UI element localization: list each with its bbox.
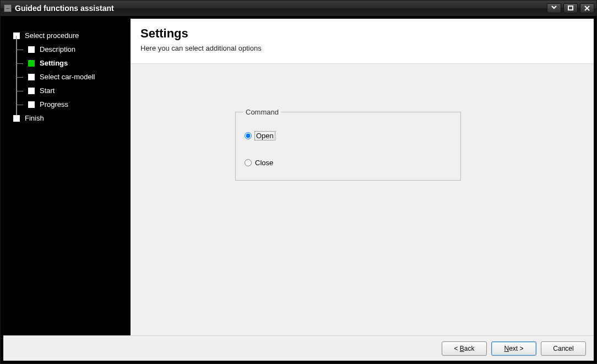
maximize-button[interactable] [563, 3, 578, 13]
svg-rect-0 [568, 6, 573, 10]
step-label: Settings [40, 59, 68, 67]
wizard-footer: < Back Next > Cancel [3, 335, 594, 361]
cancel-button[interactable]: Cancel [541, 341, 586, 356]
page-title: Settings [140, 26, 584, 41]
step-start[interactable]: Start [13, 84, 126, 97]
step-label: Progress [40, 100, 68, 108]
step-box-icon [13, 115, 20, 122]
tree-connector-icon [13, 97, 23, 111]
command-group: Command Open Close [235, 108, 461, 181]
window-controls [547, 3, 594, 13]
step-description[interactable]: Description [13, 42, 126, 56]
radio-close-label: Close [255, 159, 273, 167]
step-select-car-modell[interactable]: Select car-modell [13, 70, 126, 84]
step-box-icon [13, 32, 20, 39]
step-finish[interactable]: Finish [13, 111, 126, 125]
next-button[interactable]: Next > [491, 341, 536, 356]
app-icon: − [4, 4, 12, 12]
step-box-icon [28, 101, 35, 108]
step-label: Start [40, 86, 55, 95]
title-bar[interactable]: − Guided functions assistant [1, 1, 596, 16]
radio-close-input[interactable] [245, 159, 252, 166]
app-window: − Guided functions assistant [0, 0, 597, 364]
tree-connector-icon [13, 84, 23, 97]
tree-connector-icon [13, 70, 23, 84]
step-box-icon [28, 74, 35, 80]
close-icon [584, 6, 590, 11]
body-area: Select procedure Description Settings [3, 19, 594, 335]
step-label: Description [40, 45, 75, 53]
step-label: Finish [25, 114, 44, 122]
page-subtitle: Here you can select additional options [140, 44, 584, 52]
inner-frame: Select procedure Description Settings [3, 18, 594, 361]
wizard-steps: Select procedure Description Settings [8, 29, 126, 125]
page-header: Settings Here you can select additional … [131, 19, 594, 64]
wizard-sidebar: Select procedure Description Settings [3, 19, 131, 335]
step-select-procedure[interactable]: Select procedure [13, 29, 126, 42]
step-label: Select car-modell [40, 73, 95, 81]
radio-open-input[interactable] [245, 132, 252, 139]
maximize-icon [567, 6, 574, 11]
command-legend: Command [243, 108, 281, 116]
tree-connector-icon [13, 42, 23, 56]
close-button[interactable] [580, 3, 594, 13]
radio-close[interactable]: Close [245, 159, 452, 167]
page-body: Command Open Close [131, 64, 594, 335]
minimize-icon [551, 6, 557, 11]
step-label: Select procedure [25, 31, 79, 40]
step-box-icon [28, 46, 35, 53]
step-progress[interactable]: Progress [13, 97, 126, 111]
minimize-button[interactable] [547, 3, 561, 13]
step-settings[interactable]: Settings [13, 56, 126, 70]
back-button[interactable]: < Back [442, 341, 487, 356]
tree-connector-icon [13, 56, 23, 70]
radio-open-label: Open [255, 132, 275, 140]
step-box-icon [28, 60, 35, 67]
step-box-icon [28, 88, 35, 94]
main-panel: Settings Here you can select additional … [131, 19, 594, 335]
window-title: Guided functions assistant [15, 4, 114, 13]
radio-open[interactable]: Open [245, 132, 452, 140]
